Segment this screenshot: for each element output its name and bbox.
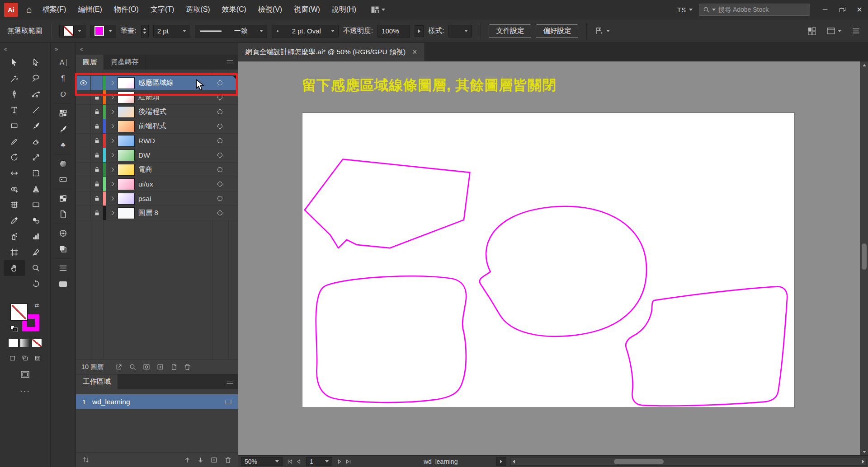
- layer-selection-column[interactable]: [228, 105, 238, 119]
- symbols-panel-icon[interactable]: ♣: [51, 137, 75, 153]
- close-document-icon[interactable]: ✕: [412, 48, 417, 56]
- rotate-view-tool[interactable]: [25, 276, 47, 292]
- preferences-button[interactable]: 偏好設定: [536, 24, 578, 38]
- layer-row[interactable]: 後端程式: [76, 105, 238, 119]
- layer-selection-column[interactable]: [228, 119, 238, 133]
- layer-target[interactable]: [212, 153, 228, 158]
- opacity-field[interactable]: 100%: [377, 25, 410, 37]
- layer-selection-column[interactable]: [228, 191, 238, 205]
- lock-toggle[interactable]: [91, 148, 103, 162]
- lock-toggle[interactable]: [91, 90, 103, 104]
- layer-name[interactable]: 後端程式: [138, 107, 212, 117]
- layer-target[interactable]: [212, 196, 228, 201]
- last-artboard-icon[interactable]: [345, 459, 351, 464]
- paintbrush-tool[interactable]: [25, 118, 47, 134]
- scroll-up-icon[interactable]: [860, 61, 868, 69]
- color-button[interactable]: [8, 339, 19, 347]
- home-icon[interactable]: ⌂: [21, 0, 37, 19]
- layer-name[interactable]: DW: [138, 151, 212, 159]
- visibility-toggle[interactable]: [76, 191, 91, 205]
- layer-thumbnail[interactable]: [118, 193, 135, 205]
- visibility-toggle[interactable]: [76, 134, 91, 148]
- selection-tool[interactable]: [4, 55, 25, 70]
- stock-search[interactable]: [699, 4, 810, 16]
- scroll-down-icon[interactable]: [860, 448, 868, 455]
- pathfinder-panel-icon[interactable]: [51, 241, 75, 257]
- horizontal-scrollbar[interactable]: [510, 458, 867, 466]
- eyedropper-tool[interactable]: [4, 213, 25, 229]
- document-setup-button[interactable]: 文件設定: [489, 24, 531, 38]
- status-expand-button[interactable]: [496, 457, 506, 466]
- layer-target[interactable]: [212, 182, 228, 187]
- opacity-options-button[interactable]: [415, 25, 424, 37]
- layer-row[interactable]: RWD: [76, 134, 238, 148]
- character-panel-icon[interactable]: A: [51, 55, 75, 70]
- mesh-tool[interactable]: [4, 197, 25, 213]
- layer-selection-column[interactable]: [228, 134, 238, 148]
- stroke-weight-stepper[interactable]: [141, 25, 149, 37]
- slice-tool[interactable]: [25, 244, 47, 260]
- layer-name[interactable]: 感應區域線: [138, 78, 212, 88]
- window-minimize-button[interactable]: ─: [816, 0, 834, 19]
- perspective-grid-tool[interactable]: [25, 181, 47, 197]
- expand-layer-chevron[interactable]: [106, 139, 118, 142]
- libraries-panel-icon[interactable]: [51, 276, 75, 292]
- tab-artboards[interactable]: 工作區域: [76, 374, 118, 389]
- expand-layer-chevron[interactable]: [106, 182, 118, 186]
- layer-selection-column[interactable]: [228, 90, 238, 104]
- layer-name[interactable]: 圖層 8: [138, 208, 212, 218]
- collect-for-export-icon[interactable]: [115, 364, 123, 370]
- line-segment-tool[interactable]: [25, 102, 47, 118]
- lock-toggle[interactable]: [91, 177, 103, 191]
- paragraph-panel-icon[interactable]: ¶: [51, 70, 75, 86]
- symbol-sprayer-tool[interactable]: [4, 229, 25, 244]
- opentype-panel-icon[interactable]: O: [51, 86, 75, 102]
- window-restore-button[interactable]: [834, 0, 851, 19]
- artboard-name[interactable]: wd_learning: [92, 398, 224, 406]
- layer-thumbnail[interactable]: [118, 106, 135, 118]
- fill-color-dropdown[interactable]: [59, 25, 85, 37]
- layer-target[interactable]: [212, 138, 228, 143]
- expand-layer-chevron[interactable]: [106, 197, 118, 200]
- artboard-tool[interactable]: [4, 244, 25, 260]
- lock-toggle[interactable]: [91, 191, 103, 205]
- expand-layer-chevron[interactable]: [106, 168, 118, 171]
- navigator-panel-icon[interactable]: [51, 225, 75, 241]
- layer-thumbnail[interactable]: [118, 92, 135, 103]
- visibility-toggle[interactable]: [76, 148, 91, 162]
- curvature-tool[interactable]: [25, 86, 47, 102]
- brushes-panel-icon[interactable]: [51, 121, 75, 137]
- menu-window[interactable]: 視窗(W): [288, 0, 326, 19]
- control-panel-menu-icon[interactable]: [852, 28, 860, 34]
- direct-selection-tool[interactable]: [25, 55, 47, 70]
- rectangle-tool[interactable]: [4, 118, 25, 134]
- visibility-toggle[interactable]: [76, 119, 91, 133]
- menu-file[interactable]: 檔案(F): [37, 0, 72, 19]
- previous-artboard-icon[interactable]: [296, 459, 301, 464]
- gradient-button[interactable]: [20, 339, 30, 347]
- artboard-row[interactable]: 1 wd_learning: [76, 394, 238, 409]
- layer-target[interactable]: [212, 210, 228, 215]
- delete-artboard-icon[interactable]: [225, 457, 231, 463]
- blend-tool[interactable]: [25, 213, 47, 229]
- expand-layer-chevron[interactable]: [106, 154, 118, 157]
- tab-layers[interactable]: 圖層: [76, 55, 104, 70]
- layer-target[interactable]: [212, 124, 228, 129]
- magic-wand-tool[interactable]: [4, 70, 25, 86]
- layer-row[interactable]: 電商: [76, 163, 238, 177]
- layer-thumbnail[interactable]: [118, 77, 135, 89]
- vertical-scroll-thumb[interactable]: [862, 243, 867, 270]
- menu-object[interactable]: 物件(O): [108, 0, 145, 19]
- expand-layer-chevron[interactable]: [106, 96, 118, 99]
- layer-row[interactable]: DW: [76, 148, 238, 163]
- canvas[interactable]: 留下感應區域線條圖層, 其餘圖層皆關閉: [238, 61, 868, 455]
- vertical-scrollbar[interactable]: [860, 61, 868, 455]
- layer-target[interactable]: [212, 95, 228, 100]
- arrange-documents-icon[interactable]: [808, 27, 816, 35]
- scroll-right-icon[interactable]: [860, 458, 866, 465]
- type-tool[interactable]: [4, 102, 25, 118]
- expand-layer-chevron[interactable]: [106, 110, 118, 113]
- layer-target[interactable]: [212, 167, 228, 172]
- lock-toggle[interactable]: [91, 119, 103, 133]
- transparency-panel-icon[interactable]: [51, 191, 75, 206]
